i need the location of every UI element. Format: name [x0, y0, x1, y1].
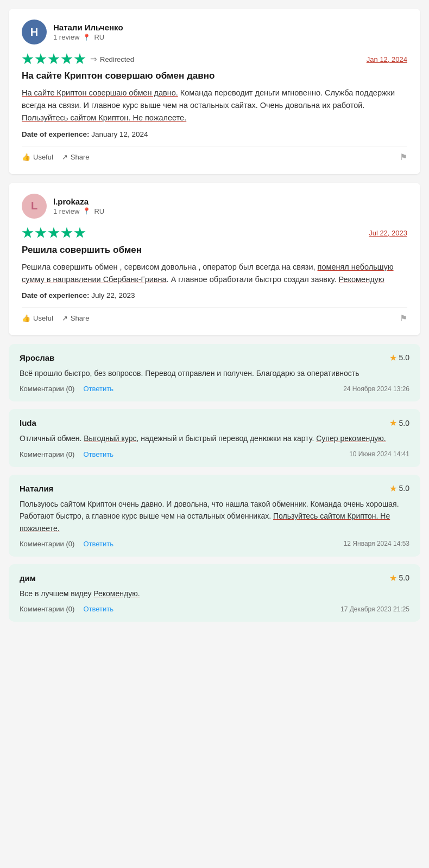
- green-review-footer: Комментарии (0)Ответить17 Декабря 2023 2…: [20, 605, 409, 613]
- reply-button[interactable]: Ответить: [83, 385, 113, 393]
- star-rating: [22, 53, 86, 65]
- date-of-experience: Date of experience: July 22, 2023: [22, 291, 407, 299]
- avatar: L: [22, 194, 47, 219]
- redirect-arrow-icon: ⇒: [90, 54, 97, 64]
- green-review-footer: Комментарии (0)Ответить12 Января 2024 14…: [20, 540, 409, 548]
- green-review-date: 12 Января 2024 14:53: [344, 540, 409, 547]
- comments-label: Комментарии (0): [20, 540, 74, 548]
- rating-row: Jul 22, 2023: [22, 227, 407, 239]
- green-review-date: 10 Июня 2024 14:41: [349, 450, 409, 458]
- highlighted-text: Рекомендую.: [93, 589, 140, 598]
- comments-label: Комментарии (0): [20, 385, 74, 393]
- flag-button[interactable]: ⚑: [400, 152, 407, 162]
- action-row: 👍 Useful↗ Share⚑: [22, 307, 407, 324]
- star-orange-icon: ★: [389, 418, 397, 428]
- highlighted-text: Пользуйтесь сайтом Криптон. Не пожалеете…: [20, 512, 390, 532]
- useful-label: Useful: [33, 153, 53, 161]
- highlighted-text: поменял небольшую сумму в направлении Сб…: [22, 263, 394, 284]
- green-review-author: Ярослав: [20, 353, 54, 362]
- green-review-author: Наталия: [20, 484, 53, 493]
- thumbs-up-icon: 👍: [22, 314, 30, 322]
- highlighted-text: Супер рекомендую.: [316, 434, 386, 443]
- redirected-label: Redirected: [100, 55, 134, 63]
- highlighted-text: Рекомендую: [338, 275, 384, 284]
- share-button[interactable]: ↗ Share: [62, 312, 90, 324]
- highlighted-text: На сайте Криптон совершаю обмен давно.: [22, 88, 178, 97]
- user-info: Натали Ильченко1 review 📍 RU: [53, 23, 123, 41]
- star-icon: [48, 227, 60, 239]
- action-buttons: 👍 Useful↗ Share: [22, 151, 90, 163]
- star-orange-icon: ★: [389, 353, 397, 363]
- star-icon: [35, 227, 47, 239]
- green-star-rating: ★ 5.0: [389, 418, 409, 428]
- location-icon: 📍: [83, 207, 91, 215]
- action-row: 👍 Useful↗ Share⚑: [22, 146, 407, 163]
- review-title: Решила совершить обмен: [22, 245, 407, 256]
- green-review-date: 24 Ноября 2024 13:26: [343, 385, 409, 393]
- green-review-header: Ярослав★ 5.0: [20, 353, 409, 363]
- reply-button[interactable]: Ответить: [83, 605, 113, 613]
- star-orange-icon: ★: [389, 483, 397, 494]
- stars-redirected: ⇒ Redirected: [22, 53, 134, 65]
- review-body: На сайте Криптон совершаю обмен давно. К…: [22, 87, 407, 125]
- green-review-body: Все в лучшем видеу Рекомендую.: [20, 588, 409, 599]
- star-icon: [35, 53, 47, 65]
- green-review-body: Всё прошло быстро, без вопросов. Перевод…: [20, 367, 409, 379]
- rating-value: 5.0: [399, 573, 409, 582]
- flag-button[interactable]: ⚑: [400, 313, 407, 323]
- green-review-header: luda★ 5.0: [20, 418, 409, 428]
- user-name: Натали Ильченко: [53, 23, 123, 32]
- green-review-card: дим★ 5.0Все в лучшем видеу Рекомендую.Ко…: [9, 564, 420, 622]
- date-of-experience: Date of experience: January 12, 2024: [22, 130, 407, 138]
- useful-label: Useful: [33, 314, 53, 322]
- useful-button[interactable]: 👍 Useful: [22, 312, 53, 324]
- rating-value: 5.0: [399, 484, 409, 493]
- user-name: l.prokaza: [53, 197, 104, 206]
- green-review-card: Наталия★ 5.0Пользуюсь сайтом Криптон оче…: [9, 475, 420, 557]
- green-review-footer: Комментарии (0)Ответить24 Ноября 2024 13…: [20, 385, 409, 393]
- trustpilot-review-card: Ll.prokaza1 review 📍 RUJul 22, 2023Решил…: [9, 183, 420, 335]
- green-review-author: дим: [20, 573, 36, 583]
- star-icon: [22, 227, 34, 239]
- star-icon: [48, 53, 60, 65]
- review-date: Jan 12, 2024: [367, 55, 407, 63]
- green-star-rating: ★ 5.0: [389, 573, 409, 583]
- flag-icon: ⚑: [400, 152, 407, 162]
- star-icon: [61, 53, 73, 65]
- share-icon: ↗: [62, 153, 68, 161]
- action-buttons: 👍 Useful↗ Share: [22, 312, 90, 324]
- green-review-footer: Комментарии (0)Ответить10 Июня 2024 14:4…: [20, 450, 409, 458]
- review-title: На сайте Криптон совершаю обмен давно: [22, 71, 407, 81]
- comments-label: Комментарии (0): [20, 450, 74, 458]
- trustpilot-review-card: HНатали Ильченко1 review 📍 RU⇒ Redirecte…: [9, 9, 420, 174]
- star-icon: [61, 227, 73, 239]
- review-body: Решила совершить обмен , сервисом доволь…: [22, 261, 407, 286]
- rating-row: ⇒ RedirectedJan 12, 2024: [22, 53, 407, 65]
- green-review-author: luda: [20, 418, 36, 427]
- green-review-header: дим★ 5.0: [20, 573, 409, 583]
- share-label: Share: [71, 314, 90, 322]
- comments-label: Комментарии (0): [20, 605, 74, 613]
- location-icon: 📍: [83, 34, 91, 41]
- green-review-header: Наталия★ 5.0: [20, 483, 409, 494]
- share-icon: ↗: [62, 314, 68, 322]
- green-star-rating: ★ 5.0: [389, 353, 409, 363]
- user-meta: 1 review 📍 RU: [53, 207, 104, 215]
- star-icon: [22, 53, 34, 65]
- highlighted-text: Пользуйтесь сайтом Криптон. Не пожалеете…: [22, 113, 186, 122]
- rating-value: 5.0: [399, 353, 409, 362]
- useful-button[interactable]: 👍 Useful: [22, 151, 53, 163]
- user-info: l.prokaza1 review 📍 RU: [53, 197, 104, 215]
- highlighted-text: Выгодный курс: [84, 434, 136, 443]
- review-date: Jul 22, 2023: [369, 229, 407, 237]
- share-button[interactable]: ↗ Share: [62, 151, 90, 163]
- reply-button[interactable]: Ответить: [83, 540, 113, 548]
- green-review-body: Пользуюсь сайтом Криптон очень давно. И …: [20, 498, 409, 534]
- star-icon: [74, 227, 86, 239]
- share-label: Share: [71, 153, 90, 161]
- reply-button[interactable]: Ответить: [83, 450, 113, 458]
- stars-redirected: [22, 227, 86, 239]
- avatar: H: [22, 20, 47, 44]
- green-review-card: luda★ 5.0Отличный обмен. Выгодный курс, …: [9, 409, 420, 467]
- user-meta: 1 review 📍 RU: [53, 33, 123, 41]
